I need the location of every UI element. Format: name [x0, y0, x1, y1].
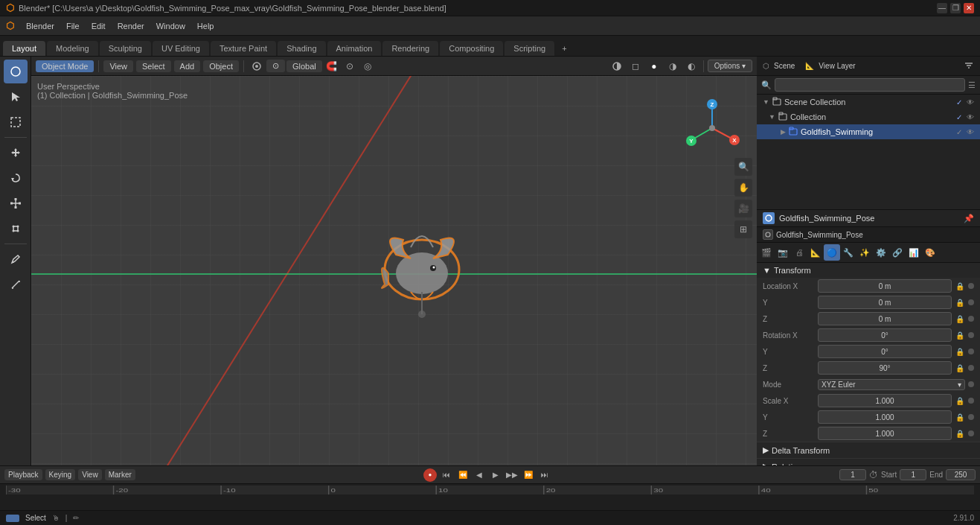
tab-modeling[interactable]: Modeling [47, 41, 98, 56]
rotation-z-value[interactable]: 90° [818, 361, 952, 375]
tab-animation[interactable]: Animation [327, 41, 382, 56]
timeline-track[interactable]: -30 -20 -10 0 10 20 30 40 50 [0, 484, 980, 510]
fish-object[interactable] [374, 217, 470, 322]
tab-uv-editing[interactable]: UV Editing [153, 41, 209, 56]
location-x-lock[interactable]: 🔒 [955, 281, 965, 291]
location-z-value[interactable]: 0 m [818, 312, 952, 325]
active-tool-indicator[interactable] [4, 60, 28, 83]
select-menu[interactable]: Select [136, 60, 171, 72]
coll-eye-0[interactable]: 👁 [967, 113, 974, 121]
scale-x-lock[interactable]: 🔒 [955, 395, 965, 406]
tool-scale[interactable] [4, 191, 28, 215]
current-frame-input[interactable] [839, 469, 866, 480]
outliner-filter-icon[interactable] [964, 60, 974, 72]
camera-view-icon[interactable]: 🎥 [734, 200, 752, 217]
menu-render[interactable]: Render [112, 16, 150, 35]
view-menu[interactable]: View [103, 60, 133, 72]
add-workspace-button[interactable]: + [556, 41, 572, 56]
outliner-menu-icon[interactable]: ☰ [968, 80, 976, 90]
step-forward-button[interactable]: ▶▶ [505, 468, 519, 482]
record-button[interactable]: ● [423, 468, 437, 482]
tab-sculpting[interactable]: Sculpting [100, 41, 151, 56]
zoom-in-icon[interactable]: 🔍 [734, 158, 752, 176]
tool-annotate[interactable] [4, 247, 28, 271]
snap-toggle[interactable]: 🧲 [324, 58, 340, 74]
rotation-mode-dropdown[interactable]: XYZ Euler ▾ [818, 379, 965, 390]
coll-check-1[interactable]: ✓ [956, 128, 962, 136]
viewport-overlay-icon[interactable] [609, 58, 625, 74]
material-props-icon[interactable]: 🎨 [922, 244, 938, 261]
scale-x-dot[interactable] [968, 398, 974, 404]
maximize-button[interactable]: ❐ [950, 3, 961, 13]
view-layer-props-icon[interactable]: 📐 [807, 244, 824, 261]
scene-props-icon[interactable]: 🎬 [758, 244, 775, 261]
next-keyframe-button[interactable]: ⏩ [522, 468, 535, 482]
location-z-dot[interactable] [968, 316, 974, 322]
render-props-icon[interactable]: 📷 [775, 244, 791, 261]
close-button[interactable]: ✕ [964, 3, 974, 13]
scale-z-lock[interactable]: 🔒 [955, 428, 965, 439]
tab-rendering[interactable]: Rendering [382, 41, 438, 56]
rotation-y-dot[interactable] [968, 349, 974, 354]
delta-section-header[interactable]: ▶ Delta Transform [757, 442, 980, 458]
marker-menu[interactable]: Marker [105, 469, 135, 480]
location-y-value[interactable]: 0 m [818, 296, 952, 309]
scene-coll-check[interactable]: ✓ [956, 98, 962, 106]
snap-icon[interactable] [249, 58, 265, 74]
proportional-edit[interactable]: ⊙ [342, 58, 358, 74]
end-frame-input[interactable] [946, 469, 976, 480]
mode-dot[interactable] [968, 381, 974, 387]
timeline-view-menu[interactable]: View [78, 469, 102, 480]
viewport-canvas[interactable]: User Perspective (1) Collection | Goldfi… [31, 76, 757, 465]
menu-blender[interactable]: Blender [20, 16, 60, 35]
tab-scripting[interactable]: Scripting [505, 41, 554, 56]
rotation-z-lock[interactable]: 🔒 [955, 363, 965, 373]
material-shading[interactable]: ◑ [664, 58, 681, 74]
wireframe-shading[interactable]: ◻ [627, 58, 644, 74]
menu-window[interactable]: Window [150, 16, 191, 35]
menu-edit[interactable]: Edit [86, 16, 112, 35]
tool-rotate[interactable] [4, 166, 28, 190]
tool-measure[interactable] [4, 273, 28, 296]
output-props-icon[interactable]: 🖨 [791, 244, 807, 261]
pin-icon[interactable]: 📌 [964, 214, 974, 223]
rotation-z-dot[interactable] [968, 365, 974, 371]
modifier-props-icon[interactable]: 🔧 [840, 244, 856, 261]
tool-select-box[interactable] [4, 110, 28, 134]
options-button[interactable]: Options ▾ [708, 60, 752, 72]
menu-help[interactable]: Help [191, 16, 220, 35]
location-z-lock[interactable]: 🔒 [955, 314, 965, 324]
play-button[interactable]: ▶ [489, 468, 502, 482]
constraints-props-icon[interactable]: 🔗 [889, 244, 906, 261]
menu-file[interactable]: File [60, 16, 86, 35]
scale-y-value[interactable]: 1.000 [818, 410, 952, 424]
collection-row-1[interactable]: ▶ Goldfish_Swimming ✓ 👁 [757, 124, 980, 139]
location-y-dot[interactable] [968, 299, 974, 305]
window-controls[interactable]: — ❐ ✕ [937, 3, 974, 13]
tool-move[interactable] [4, 141, 28, 165]
location-x-dot[interactable] [968, 283, 974, 289]
data-type-dropdown[interactable] [763, 229, 773, 240]
scale-z-value[interactable]: 1.000 [818, 427, 952, 440]
rotation-x-dot[interactable] [968, 332, 974, 338]
outliner-search-input[interactable] [775, 78, 965, 92]
prev-keyframe-button[interactable]: ⏪ [456, 468, 470, 482]
jump-end-button[interactable]: ⏭ [538, 468, 551, 482]
tab-shading[interactable]: Shading [278, 41, 325, 56]
start-frame-input[interactable] [900, 469, 926, 480]
scale-y-lock[interactable]: 🔒 [955, 412, 965, 422]
rotation-x-value[interactable]: 0° [818, 328, 952, 342]
jump-start-button[interactable]: ⏮ [440, 468, 453, 482]
pan-icon[interactable]: ✋ [734, 179, 752, 197]
xray-icon[interactable]: ◎ [359, 58, 376, 74]
transform-orientation[interactable]: Global [286, 60, 322, 72]
object-props-icon[interactable]: 🔵 [824, 244, 840, 261]
scene-coll-eye[interactable]: 👁 [967, 98, 974, 106]
location-y-lock[interactable]: 🔒 [955, 297, 965, 308]
transform-section-header[interactable]: ▼ Transform [757, 263, 980, 278]
tool-transform[interactable] [4, 217, 28, 241]
scale-x-value[interactable]: 1.000 [818, 394, 952, 407]
scene-collection-row[interactable]: ▼ Scene Collection ✓ 👁 [757, 95, 980, 109]
add-menu[interactable]: Add [174, 60, 201, 72]
scale-y-dot[interactable] [968, 414, 974, 420]
